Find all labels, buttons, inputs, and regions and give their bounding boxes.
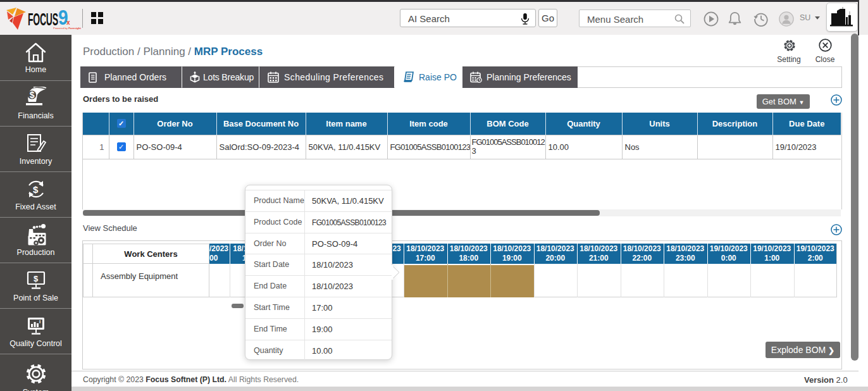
svg-text:$: $	[33, 184, 39, 195]
svg-text:$: $	[30, 90, 35, 100]
svg-text:l: l	[39, 319, 40, 325]
svg-text:$: $	[34, 274, 39, 283]
